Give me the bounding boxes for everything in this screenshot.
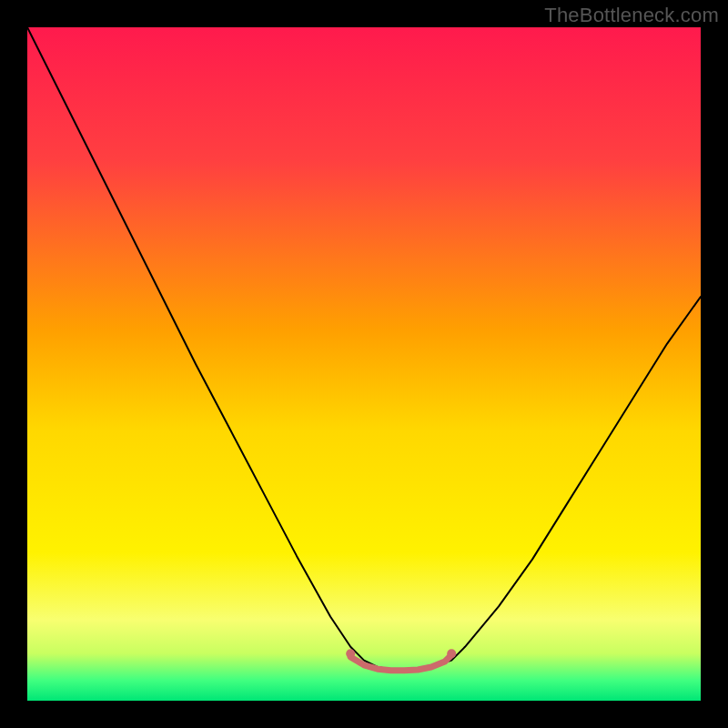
watermark-text: TheBottleneck.com xyxy=(544,4,719,27)
gradient-background xyxy=(27,27,701,701)
chart-frame: TheBottleneck.com xyxy=(0,0,728,728)
band-right-dot xyxy=(447,649,456,658)
plot-area xyxy=(27,27,701,701)
band-left-dot xyxy=(346,649,355,658)
plot-svg xyxy=(27,27,701,701)
